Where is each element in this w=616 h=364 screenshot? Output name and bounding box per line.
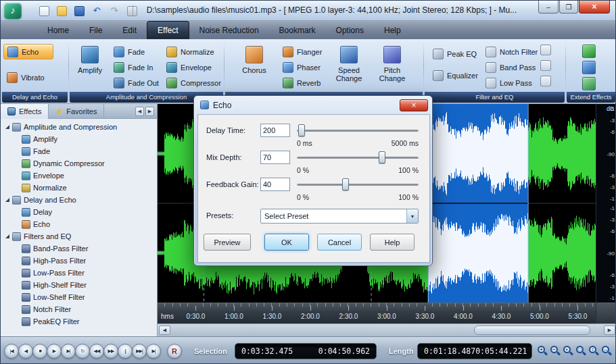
loop-button[interactable]: ↻ <box>75 344 90 359</box>
compressor-button[interactable]: Compressor <box>163 75 224 90</box>
ribbon-tab[interactable]: Help <box>374 21 411 39</box>
tree-item[interactable]: Band-Pass Filter <box>1 242 157 255</box>
open-file-button[interactable] <box>55 4 68 18</box>
expand-arrow-icon[interactable] <box>5 234 9 238</box>
tree-item[interactable]: Notch Filter <box>1 303 157 315</box>
fade-out-button[interactable]: Fade Out <box>110 75 162 90</box>
tree-item[interactable]: Amplitude and Compression <box>1 121 157 133</box>
play-button[interactable]: ▶ <box>47 344 62 359</box>
fade-in-button[interactable]: Fade In <box>110 59 156 75</box>
zoom-out-button[interactable]: − <box>549 345 562 358</box>
ribbon-tab[interactable]: Noise Reduction <box>189 21 269 39</box>
cancel-button[interactable]: Cancel <box>317 234 362 251</box>
maximize-button[interactable]: ❐ <box>559 1 578 14</box>
peak-eq-button[interactable]: Peak EQ <box>429 46 480 61</box>
skip-end-button[interactable]: ▶| <box>146 344 161 359</box>
equalizer-button[interactable]: Equalizer <box>429 68 481 83</box>
save-button[interactable] <box>72 4 86 18</box>
flanger-button[interactable]: Flanger <box>279 44 325 59</box>
panel-scroll-right-button[interactable]: ▶ <box>145 107 154 116</box>
extend-effect-2-button[interactable] <box>582 59 596 75</box>
zoom-all-button[interactable]: □ <box>575 345 588 358</box>
minimize-button[interactable]: – <box>538 1 559 14</box>
extend-effect-1-button[interactable] <box>582 43 596 59</box>
band-pass-button[interactable]: Band Pass <box>482 59 539 75</box>
ribbon-tab[interactable]: Edit <box>112 21 147 39</box>
time-ruler[interactable]: hms 0:30.01:00.01:30.02:00.02:30.03:00.0… <box>158 303 596 323</box>
ok-button[interactable]: OK <box>264 234 309 251</box>
notch-filter-option-button[interactable] <box>540 45 551 55</box>
close-button[interactable]: × <box>579 1 610 14</box>
envelope-button[interactable]: Envelope <box>163 59 215 75</box>
tree-item[interactable]: Low-Shelf Filter <box>1 291 157 303</box>
tree-item[interactable]: Dynamic Compressor <box>1 157 157 170</box>
ribbon-tab[interactable]: Bookmark <box>269 21 326 39</box>
pitch-change-button[interactable]: Pitch Change <box>371 42 413 88</box>
panel-tab[interactable]: Effects <box>1 104 49 119</box>
tree-item[interactable]: PeakEQ Filter <box>1 315 157 328</box>
ribbon-tab[interactable]: File <box>79 21 112 39</box>
delay-time-input[interactable] <box>260 124 290 137</box>
zoom-in-button[interactable]: + <box>536 345 549 358</box>
low-pass-option-button[interactable] <box>540 76 551 86</box>
redo-button[interactable]: ↷ <box>108 4 121 18</box>
zoom-vertical-out-button[interactable]: ↔ <box>600 345 613 358</box>
tree-item[interactable]: Amplify <box>1 133 157 145</box>
pause-button[interactable]: || <box>118 344 133 359</box>
tree-item[interactable]: Fade <box>1 145 157 157</box>
fast-forward-button[interactable]: ▶▶ <box>103 344 118 359</box>
expand-arrow-icon[interactable] <box>5 125 9 129</box>
print-button[interactable] <box>125 4 139 18</box>
mix-depth-slider[interactable] <box>297 151 419 164</box>
zoom-vertical-in-button[interactable]: ↕ <box>588 345 600 358</box>
new-file-button[interactable] <box>37 4 51 18</box>
mix-depth-thumb[interactable] <box>379 151 385 163</box>
tree-item[interactable]: Delay <box>1 206 157 218</box>
amplify-button[interactable]: Amplify <box>72 42 108 88</box>
title-bar[interactable]: ♪ ↶ ↷ <box>1 1 615 21</box>
scrollbar-thumb[interactable] <box>474 326 590 335</box>
horizontal-scrollbar[interactable]: ◀ ▶ <box>158 323 616 336</box>
band-pass-option-button[interactable] <box>540 60 551 71</box>
panel-tab[interactable]: Favorites <box>49 104 104 119</box>
feedback-gain-thumb[interactable] <box>342 178 349 190</box>
ribbon-tab[interactable]: Effect <box>147 21 189 39</box>
speed-change-button[interactable]: Speed Change <box>329 42 369 88</box>
tree-item[interactable]: Delay and Echo <box>1 194 157 206</box>
extend-effect-3-button[interactable] <box>582 76 596 91</box>
tree-item[interactable]: Echo <box>1 218 157 230</box>
phaser-button[interactable]: Phaser <box>279 59 324 75</box>
preview-button[interactable]: Preview <box>204 234 251 251</box>
delay-time-slider[interactable] <box>297 124 419 137</box>
feedback-gain-input[interactable] <box>260 178 290 191</box>
tree-item[interactable]: Envelope <box>1 170 157 182</box>
rewind-button[interactable]: ◀◀ <box>89 344 104 359</box>
delay-time-thumb[interactable] <box>298 124 305 136</box>
play-selection-button[interactable]: ▶▶| <box>132 344 147 359</box>
tree-item[interactable]: High-Pass Filter <box>1 255 157 267</box>
echo-button[interactable]: Echo <box>3 44 53 59</box>
step-back-button[interactable]: ◀ <box>18 344 33 359</box>
reverb-button[interactable]: Reverb <box>279 75 324 90</box>
feedback-gain-slider[interactable] <box>297 178 419 191</box>
dialog-close-button[interactable]: × <box>400 99 428 111</box>
notch-filter-button[interactable]: Notch Filter <box>482 44 541 59</box>
ribbon-tab[interactable]: Home <box>37 21 79 39</box>
stop-button[interactable]: ■ <box>32 344 47 359</box>
dialog-title-bar[interactable]: Echo <box>194 96 432 114</box>
undo-button[interactable]: ↶ <box>90 4 103 18</box>
panel-scroll-left-button[interactable]: ◀ <box>135 107 144 116</box>
zoom-selection-button[interactable]: ▪ <box>562 345 575 358</box>
record-button[interactable]: R <box>167 344 182 359</box>
help-button[interactable]: Help <box>370 234 414 251</box>
tree-item[interactable]: Filters and EQ <box>1 230 157 242</box>
mix-depth-input[interactable] <box>260 151 290 164</box>
vibrato-button[interactable]: Vibrato <box>3 70 53 85</box>
skip-start-button[interactable]: |◀ <box>4 344 19 359</box>
scroll-left-button[interactable]: ◀ <box>159 326 170 335</box>
tree-item[interactable]: High-Shelf Filter <box>1 279 157 291</box>
low-pass-button[interactable]: Low Pass <box>482 75 536 90</box>
fade-button[interactable]: Fade <box>110 44 148 59</box>
ribbon-tab[interactable]: Options <box>326 21 374 39</box>
normalize-button[interactable]: Normalize <box>163 44 218 59</box>
